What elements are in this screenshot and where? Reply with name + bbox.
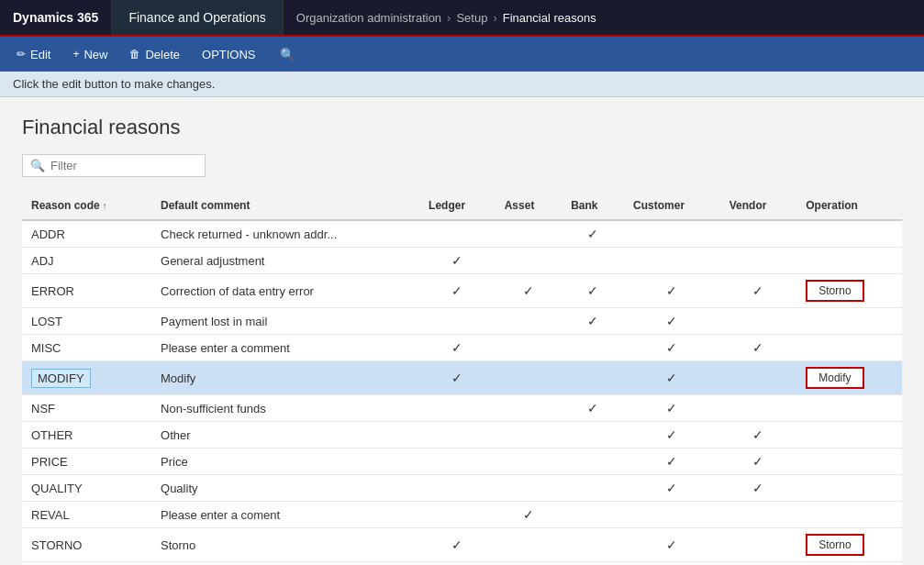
- customer-check: ✓: [666, 314, 677, 328]
- cell-asset: ✓: [495, 274, 562, 308]
- cell-comment: Non-sufficient funds: [151, 395, 419, 422]
- info-message: Click the edit button to make changes.: [13, 77, 215, 91]
- table-row[interactable]: OTHEROther✓✓: [22, 422, 902, 449]
- cell-asset: [495, 562, 562, 566]
- cell-reason-code: LOST: [22, 308, 151, 335]
- table-row[interactable]: STORNOStorno✓✓Storno: [22, 528, 902, 562]
- cell-comment: Price: [151, 449, 419, 475]
- filter-icon: 🔍: [30, 159, 45, 172]
- delete-icon: 🗑: [129, 48, 140, 61]
- cell-vendor: [720, 502, 797, 528]
- cell-ledger: ✓: [419, 335, 495, 361]
- cell-ledger: ✓: [419, 248, 495, 274]
- col-ledger: Ledger: [419, 192, 495, 220]
- table-row[interactable]: REVALPlease enter a coment✓: [22, 502, 902, 528]
- new-button[interactable]: + New: [63, 44, 117, 65]
- cell-asset: ✓: [495, 502, 562, 528]
- ledger-check: ✓: [451, 283, 462, 298]
- customer-check: ✓: [666, 371, 677, 385]
- asset-check: ✓: [523, 507, 534, 522]
- breadcrumb-org[interactable]: Organization administration: [296, 11, 441, 25]
- cell-vendor: ✓: [720, 449, 797, 475]
- cell-vendor: ✓: [720, 335, 797, 361]
- bank-check: ✓: [587, 283, 598, 298]
- customer-check: ✓: [666, 401, 677, 415]
- delete-button[interactable]: 🗑 Delete: [120, 44, 189, 65]
- cell-operation: Modify: [796, 361, 902, 395]
- cell-asset: [495, 361, 562, 395]
- cell-customer: ✓: [624, 395, 720, 422]
- cell-operation: [796, 220, 902, 248]
- data-table: Reason code Default comment Ledger Asset…: [22, 192, 902, 565]
- customer-check: ✓: [666, 481, 677, 495]
- cell-ledger: ✓: [419, 274, 495, 308]
- table-row[interactable]: ADDRCheck returned - unknown addr...✓: [22, 220, 902, 248]
- cell-comment: Write-off customer balance: [151, 562, 419, 566]
- cell-comment: Other: [151, 422, 419, 449]
- cell-reason-code: PRICE: [22, 449, 151, 475]
- page-title: Financial reasons: [22, 116, 902, 139]
- cell-reason-code: ADJ: [22, 248, 151, 274]
- cell-customer: [624, 248, 720, 274]
- cell-customer: [624, 220, 720, 248]
- cell-bank: ✓: [562, 308, 624, 335]
- table-row[interactable]: PRICEPrice✓✓: [22, 449, 902, 475]
- cell-bank: [562, 475, 624, 502]
- edit-button[interactable]: ✏ Edit: [7, 44, 60, 65]
- cell-bank: [562, 248, 624, 274]
- cell-ledger: ✓: [419, 562, 495, 566]
- table-row[interactable]: ERRORCorrection of data entry error✓✓✓✓✓…: [22, 274, 902, 308]
- cell-reason-code: STORNO: [22, 528, 151, 562]
- filter-box[interactable]: 🔍: [22, 154, 206, 177]
- vendor-check: ✓: [752, 283, 763, 298]
- cell-operation: [796, 335, 902, 361]
- table-row[interactable]: ADJGeneral adjustment✓: [22, 248, 902, 274]
- info-bar: Click the edit button to make changes.: [0, 72, 924, 97]
- table-row[interactable]: WRITEOFFWrite-off customer balance✓✓: [22, 562, 902, 566]
- cell-customer: ✓: [624, 528, 720, 562]
- main-content: Financial reasons 🔍 Reason code Default …: [0, 97, 924, 565]
- col-reason-code: Reason code: [22, 192, 151, 220]
- table-row[interactable]: QUALITYQuality✓✓: [22, 475, 902, 502]
- table-row[interactable]: MISCPlease enter a comment✓✓✓: [22, 335, 902, 361]
- col-asset: Asset: [495, 192, 562, 220]
- col-operation: Operation: [796, 192, 902, 220]
- breadcrumb-setup[interactable]: Setup: [456, 11, 487, 25]
- vendor-check: ✓: [752, 340, 763, 355]
- toolbar: ✏ Edit + New 🗑 Delete OPTIONS 🔍: [0, 37, 924, 72]
- new-label: New: [83, 48, 107, 61]
- operation-button[interactable]: Modify: [806, 367, 863, 389]
- cell-asset: [495, 220, 562, 248]
- cell-ledger: [419, 422, 495, 449]
- cell-asset: [495, 395, 562, 422]
- cell-bank: ✓: [562, 395, 624, 422]
- table-row[interactable]: NSFNon-sufficient funds✓✓: [22, 395, 902, 422]
- module-name[interactable]: Finance and Operations: [112, 0, 283, 35]
- cell-comment: Please enter a comment: [151, 335, 419, 361]
- cell-customer: ✓: [624, 361, 720, 395]
- options-button[interactable]: OPTIONS: [193, 44, 265, 65]
- search-button[interactable]: 🔍: [273, 44, 303, 65]
- cell-vendor: [720, 220, 797, 248]
- cell-reason-code: REVAL: [22, 502, 151, 528]
- cell-bank: [562, 422, 624, 449]
- table-row[interactable]: LOSTPayment lost in mail✓✓: [22, 308, 902, 335]
- cell-operation: [796, 502, 902, 528]
- cell-ledger: [419, 502, 495, 528]
- brand-logo[interactable]: Dynamics 365: [0, 0, 112, 35]
- ledger-check: ✓: [451, 371, 462, 385]
- cell-operation: [796, 308, 902, 335]
- filter-input[interactable]: [50, 159, 197, 172]
- operation-button[interactable]: Storno: [806, 280, 863, 302]
- cell-bank: ✓: [562, 220, 624, 248]
- operation-button[interactable]: Storno: [806, 534, 863, 556]
- search-icon: 🔍: [280, 48, 295, 61]
- table-row[interactable]: MODIFYModify✓✓Modify: [22, 361, 902, 395]
- bank-check: ✓: [587, 227, 598, 241]
- cell-asset: [495, 475, 562, 502]
- cell-bank: [562, 335, 624, 361]
- cell-customer: ✓: [624, 475, 720, 502]
- cell-operation: Storno: [796, 528, 902, 562]
- cell-reason-code: MISC: [22, 335, 151, 361]
- cell-bank: [562, 361, 624, 395]
